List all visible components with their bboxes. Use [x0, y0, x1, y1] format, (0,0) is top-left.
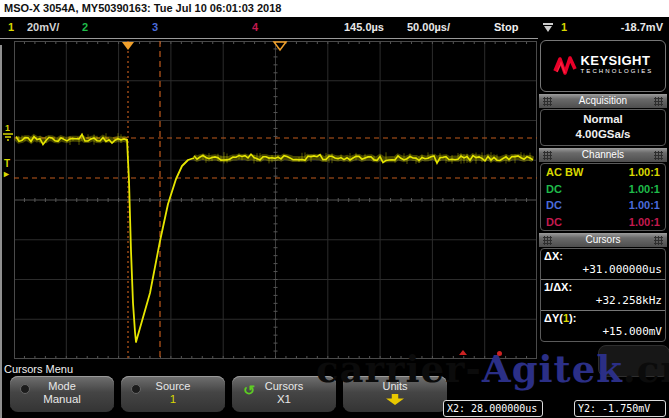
radio-icon	[20, 384, 30, 394]
brand-tagline: TECHNOLOGIES	[581, 66, 654, 77]
acquisition-panel: Normal 4.00GSa/s	[540, 109, 666, 146]
channel-1-scale[interactable]: 20mV/	[27, 17, 59, 38]
cursor-delta-x-row: ΔX: +31.000000us	[541, 249, 665, 280]
softkey-2-value: 1	[121, 393, 225, 405]
radio-icon	[131, 384, 141, 394]
channel-row-4[interactable]: DC 1.00:1	[541, 214, 665, 231]
channels-panel: AC BW 1.00:1 DC 1.00:1 DC 1.00:1 DC 1.00…	[540, 163, 666, 231]
ground-icon	[2, 133, 14, 142]
sidebar: KEYSIGHT TECHNOLOGIES Acquisition Normal…	[539, 38, 667, 362]
channel-2-badge[interactable]: 2	[82, 17, 88, 38]
trigger-edge-icon	[543, 23, 553, 35]
softkey-4-label: Units	[343, 380, 447, 392]
keysight-spark-icon	[553, 55, 577, 77]
softkey-source[interactable]: Source 1	[121, 376, 225, 412]
trigger-level-arrow-icon: ►	[2, 169, 11, 179]
cursors-panel: ΔX: +31.000000us 1/ΔX: +32.258kHz ΔY(1):…	[540, 248, 666, 342]
run-state: Stop	[494, 17, 518, 38]
cursor-delta-y-row: ΔY(1): +15.000mV	[541, 311, 665, 341]
acquisition-mode: Normal	[541, 112, 665, 127]
rotate-arrow-icon: ↺	[243, 382, 255, 398]
delta-x-value: +31.000000us	[544, 263, 662, 277]
trigger-level-readout: -18.7mV	[590, 17, 663, 38]
softkey-1-value: Manual	[10, 393, 114, 405]
sample-rate: 4.00GSa/s	[541, 127, 665, 142]
delta-y-value: +15.000mV	[544, 325, 662, 339]
keysight-logo: KEYSIGHT TECHNOLOGIES	[540, 40, 666, 92]
screen-left-edge	[0, 45, 2, 418]
delay-readout: 145.0µs	[344, 17, 384, 38]
channels-header[interactable]: Channels	[539, 148, 667, 162]
channel-1-ground-marker[interactable]: 1	[1, 124, 14, 144]
down-arrow-icon	[386, 394, 404, 405]
waveform-display	[0, 38, 538, 362]
channel-row-3[interactable]: DC 1.00:1	[541, 197, 665, 214]
softkey-units[interactable]: Units	[343, 376, 447, 412]
y2-readout: Y2: -1.750mV	[574, 400, 666, 417]
channel-4-badge[interactable]: 4	[252, 17, 258, 38]
softkey-mode[interactable]: Mode Manual	[10, 376, 114, 412]
cursors-header[interactable]: Cursors	[539, 233, 667, 247]
status-bar: 1 20mV/ 2 3 4 145.0µs 50.00µs/ Stop 1 -1…	[0, 17, 669, 38]
graticule	[14, 41, 537, 359]
oscilloscope-screen: MSO-X 3054A, MY50390163: Tue Jul 10 06:0…	[0, 0, 669, 418]
channel-row-1[interactable]: AC BW 1.00:1	[541, 164, 665, 181]
x2-readout: X2: 28.000000us	[443, 400, 543, 417]
bottom-right-panel	[598, 345, 669, 377]
timebase-readout: 50.00µs/	[407, 17, 450, 38]
menu-title: Cursors Menu	[4, 363, 73, 375]
softkey-cursors[interactable]: ↺ Cursors X1	[232, 376, 336, 412]
window-title: MSO-X 3054A, MY50390163: Tue Jul 10 06:0…	[0, 0, 669, 17]
trigger-level-marker[interactable]: T	[4, 158, 10, 169]
channel-3-badge[interactable]: 3	[152, 17, 158, 38]
cursor-inv-delta-x-row: 1/ΔX: +32.258kHz	[541, 280, 665, 311]
trigger-source: 1	[561, 17, 567, 38]
channel-1-badge[interactable]: 1	[8, 17, 14, 38]
channel-row-2[interactable]: DC 1.00:1	[541, 181, 665, 198]
brand-name: KEYSIGHT	[581, 55, 654, 66]
acquisition-header[interactable]: Acquisition	[539, 94, 667, 108]
inv-delta-x-value: +32.258kHz	[544, 294, 662, 308]
softkey-menu: Cursors Menu Mode Manual Source 1 ↺ Curs…	[0, 362, 669, 418]
